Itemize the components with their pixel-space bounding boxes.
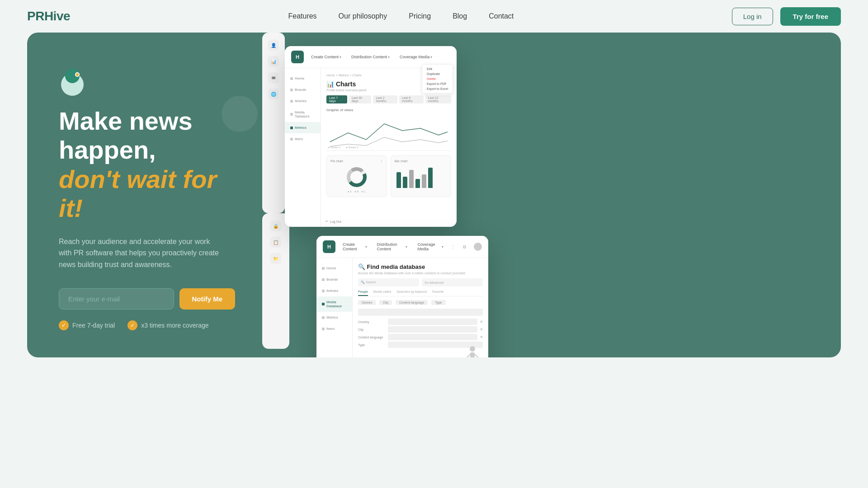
sc-result-country: Country ⊕ — [358, 319, 483, 325]
context-menu: Edit Duplicate Delete Export to PDF Expo… — [422, 68, 453, 94]
sc-pill-create-media: Create Content ▾ — [339, 241, 371, 253]
sc-pie-title: Pie chart⋮ — [330, 160, 383, 163]
hero-title-accent: don't wait for it! — [59, 165, 217, 222]
bar-4 — [415, 179, 420, 188]
email-input[interactable] — [59, 288, 174, 310]
sc-filter-row-media: Genres City Content language Type — [358, 300, 483, 305]
sc-result-rows: Country ⊕ City ⊕ Content language — [358, 319, 483, 348]
sc-right-icon-1: 👤 — [268, 40, 279, 51]
bar-5 — [422, 174, 426, 188]
check-icon-trial: ✓ — [59, 320, 69, 330]
sc-bar-icon-lang: ⊕ — [480, 335, 483, 339]
nav-links: Features Our philosophy Pricing Blog Con… — [288, 12, 514, 20]
sc-logo-charts: H — [291, 51, 304, 63]
nav-features[interactable]: Features — [288, 12, 316, 20]
dot-articles — [290, 100, 293, 103]
hero-title-line1: Make news — [59, 107, 193, 135]
dot-brands — [290, 89, 293, 91]
screenshot-partial-right-bottom: 🔒 📋 📁 — [262, 213, 289, 349]
sc-sidebar-brands-media: Brands — [316, 274, 352, 285]
pie-legend: ● A ● B ● C — [330, 190, 383, 193]
login-button[interactable]: Log in — [732, 8, 773, 25]
dot-media — [290, 113, 293, 116]
dot-brands-m — [322, 278, 325, 281]
sc-pill-cov-media: Coverage Media ▾ — [414, 241, 447, 253]
nav-blog[interactable]: Blog — [453, 12, 467, 20]
sc-sidebar-ibero-media: Ibero — [316, 323, 352, 334]
sc-body-charts: Home Brands Articles Media Tablature Met… — [285, 68, 457, 226]
sc-sidebar-metrics-media: Metrics — [316, 312, 352, 323]
sc-right-icon-5: 🔒 — [270, 221, 281, 231]
try-free-button[interactable]: Try for free — [780, 7, 841, 26]
sc-main-media: 🔍 Find media database Access the Media D… — [353, 258, 488, 357]
mascot-head — [65, 69, 80, 83]
sc-media-avatar — [474, 243, 482, 251]
hero-right: H Create Content ▾ Distribution Content … — [262, 33, 841, 357]
screenshot-charts: H Create Content ▾ Distribution Content … — [285, 46, 457, 227]
sc-right-icon-7: 📁 — [270, 253, 281, 264]
hero-section: Make news happen, don't wait for it! Rea… — [27, 33, 841, 357]
sc-sidebar-media: Media Tablature — [285, 107, 321, 122]
dot-home — [290, 77, 293, 80]
sc-find-title: 🔍 Find media database — [358, 263, 483, 270]
hero-title-line2: happen, — [59, 136, 156, 164]
svg-line-8 — [467, 354, 470, 357]
notify-button[interactable]: Notify Me — [179, 288, 236, 310]
ctx-export-pdf: Export to PDF — [422, 81, 453, 86]
dot-home-m — [322, 267, 325, 270]
sc-chip-genres: Genres — [358, 300, 376, 305]
sc-tab-keyword: Searches by keyword — [396, 290, 427, 296]
sc-chip-type: Type — [431, 300, 445, 305]
sc-empty-state: Nothing to see — [461, 344, 479, 357]
sc-pill-30d: Last 30 days — [349, 95, 372, 103]
sc-pill-6m: Last 6 months — [399, 95, 424, 103]
sc-search-input-field — [358, 309, 483, 316]
hero-description: Reach your audience and accelerate your … — [59, 236, 222, 271]
sc-charts-row: Pie chart⋮ ● A — [326, 155, 451, 197]
sc-main-charts: Home > Metrics > Charts 📊 Charts Profile… — [321, 68, 457, 226]
sc-bar-icon-country: ⊕ — [480, 320, 483, 324]
ctx-export-excel: Export to Excel — [422, 86, 453, 91]
dot-articles-m — [322, 290, 325, 292]
sc-donut — [345, 166, 368, 188]
dot-metrics-m — [322, 316, 325, 319]
bar-3 — [409, 170, 414, 188]
sc-bar-country — [388, 319, 477, 325]
sc-pie-card: Pie chart⋮ ● A — [326, 155, 387, 197]
sc-pill-cov: Coverage Media ▾ — [396, 53, 436, 61]
check-icon-coverage: ✓ — [127, 320, 137, 330]
svg-point-4 — [470, 346, 475, 352]
sc-pill-dist: Distribution Content ▾ — [348, 53, 393, 61]
mascot — [59, 69, 86, 96]
legend-item1: ● Series 1 — [328, 146, 340, 149]
nav-contact[interactable]: Contact — [489, 12, 514, 20]
dot-mediadb — [322, 303, 325, 305]
badge-coverage-label: x3 times more coverage — [141, 322, 208, 329]
nav-philosophy[interactable]: Our philosophy — [339, 12, 387, 20]
navbar: PRHive Features Our philosophy Pricing B… — [0, 0, 868, 33]
sc-search-box-advanced: Go Advanced — [422, 278, 483, 286]
screenshot-media-db: H Create Content ▾ Distribution Content … — [316, 236, 488, 357]
sc-label-city: City — [358, 328, 385, 331]
screenshot-partial-right-top: 👤 📊 ✉ 🌐 — [262, 33, 285, 213]
sc-right-icon-4: 🌐 — [268, 89, 279, 99]
sc-bar-icon-city: ⊕ — [480, 328, 483, 331]
bar-1 — [396, 172, 401, 188]
sc-bar-city — [388, 326, 477, 333]
dot-ibero — [290, 138, 293, 141]
sc-sidebar-media: Home Brands Articles Media Database Metr… — [316, 258, 353, 357]
sc-line-chart: ● Series 1 ● Series 2 — [326, 115, 451, 151]
ctx-edit: Edit — [422, 68, 453, 71]
nav-pricing[interactable]: Pricing — [409, 12, 431, 20]
sc-sidebar-brands: Brands — [285, 84, 321, 95]
sc-tab-people: People — [358, 290, 368, 296]
sc-pill-12m: Last 12 months — [425, 95, 451, 103]
sc-right-icon-3: ✉ — [268, 72, 279, 83]
sc-sidebar-metrics: Metrics — [285, 122, 321, 133]
sc-tab-media: Media called — [373, 290, 391, 296]
logo[interactable]: PRHive — [27, 9, 70, 23]
badge-trial-label: Free 7-day trial — [72, 322, 115, 329]
sc-label-country: Country — [358, 320, 385, 324]
logout-icon: ↩ — [326, 220, 328, 223]
dot-ibero-m — [322, 328, 325, 330]
